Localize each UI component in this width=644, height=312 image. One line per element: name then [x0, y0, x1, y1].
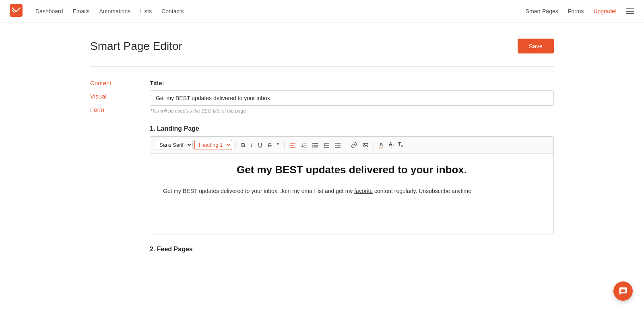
- nav-dashboard[interactable]: Dashboard: [35, 8, 63, 14]
- svg-point-10: [312, 146, 314, 148]
- sidebar: Content Visual Form: [90, 80, 130, 257]
- svg-rect-13: [314, 146, 318, 147]
- nav-forms[interactable]: Forms: [568, 8, 584, 14]
- unordered-list-button[interactable]: [310, 141, 320, 149]
- title-input[interactable]: [150, 90, 554, 106]
- strikethrough-button[interactable]: S: [266, 141, 273, 149]
- landing-page-body: Get my BEST updates delivered to your in…: [163, 187, 541, 195]
- svg-rect-3: [290, 147, 295, 148]
- toolbar-divider-4: [374, 141, 374, 149]
- section-2-title: 2. Feed Pages: [150, 246, 554, 253]
- svg-rect-5: [303, 143, 307, 144]
- page-header: Smart Page Editor Save: [90, 39, 554, 53]
- bold-button[interactable]: B: [239, 141, 247, 149]
- page-title: Smart Page Editor: [90, 40, 182, 53]
- logo[interactable]: [10, 4, 23, 18]
- content-area: Content Visual Form Title: This will be …: [90, 80, 554, 257]
- nav-links-left: Dashboard Emails Automations Lists Conta…: [35, 8, 184, 14]
- font-color-button[interactable]: A: [377, 141, 385, 150]
- toolbar-divider-3: [346, 141, 346, 149]
- feed-pages-section: 2. Feed Pages: [150, 246, 554, 253]
- svg-rect-15: [325, 145, 329, 146]
- toolbar-divider-1: [235, 141, 236, 149]
- ordered-list-button[interactable]: 1.: [299, 141, 309, 149]
- svg-rect-19: [336, 145, 341, 146]
- svg-rect-7: [303, 147, 307, 148]
- rich-text-editor: Sans Serif Heading 1 B I U S ”: [150, 136, 554, 234]
- toolbar-divider-2: [284, 141, 285, 149]
- nav-contacts[interactable]: Contacts: [161, 8, 184, 14]
- svg-rect-1: [290, 143, 295, 144]
- favorite-link[interactable]: favorite: [354, 188, 373, 194]
- rte-toolbar: Sans Serif Heading 1 B I U S ”: [150, 137, 553, 154]
- svg-rect-6: [303, 145, 307, 146]
- image-button[interactable]: [361, 141, 370, 149]
- svg-rect-0: [10, 4, 23, 17]
- header-divider: [90, 66, 554, 67]
- svg-point-8: [312, 143, 314, 144]
- hamburger-menu[interactable]: [626, 8, 634, 14]
- svg-rect-16: [324, 147, 329, 148]
- indent-button[interactable]: [333, 141, 343, 149]
- blockquote-button[interactable]: ”: [275, 141, 281, 149]
- main-container: Smart Page Editor Save Content Visual Fo…: [80, 23, 564, 273]
- sidebar-item-visual[interactable]: Visual: [90, 93, 130, 100]
- svg-rect-2: [290, 145, 294, 146]
- underline-button[interactable]: U: [256, 141, 264, 149]
- svg-rect-20: [335, 147, 341, 148]
- top-navigation: Dashboard Emails Automations Lists Conta…: [0, 0, 644, 23]
- sidebar-item-content[interactable]: Content: [90, 80, 130, 86]
- svg-marker-17: [324, 144, 325, 146]
- svg-marker-21: [335, 144, 336, 146]
- sidebar-item-form[interactable]: Form: [90, 106, 130, 113]
- nav-left: Dashboard Emails Automations Lists Conta…: [10, 4, 184, 18]
- nav-lists[interactable]: Lists: [140, 8, 152, 14]
- svg-point-9: [312, 144, 314, 146]
- rte-content[interactable]: Get my BEST updates delivered to your in…: [150, 154, 553, 234]
- highlight-button[interactable]: A↓: [387, 140, 394, 150]
- title-field-hint: This will be used as the SEO title of th…: [150, 108, 554, 114]
- nav-right: Smart Pages Forms Upgrade!: [526, 8, 634, 14]
- clear-format-button[interactable]: Tx: [396, 141, 405, 149]
- title-field-label: Title:: [150, 80, 554, 86]
- landing-page-heading: Get my BEST updates delivered to your in…: [163, 163, 541, 177]
- nav-smart-pages[interactable]: Smart Pages: [526, 8, 558, 14]
- save-button[interactable]: Save: [518, 39, 554, 53]
- section-1-title: 1. Landing Page: [150, 125, 554, 132]
- svg-rect-18: [335, 143, 341, 144]
- link-button[interactable]: [349, 141, 359, 149]
- nav-upgrade[interactable]: Upgrade!: [593, 8, 617, 14]
- landing-page-section: 1. Landing Page Sans Serif Heading 1 B: [150, 125, 554, 234]
- italic-button[interactable]: I: [249, 141, 254, 149]
- svg-rect-12: [314, 145, 318, 146]
- font-family-select[interactable]: Sans Serif: [155, 140, 193, 150]
- title-field-group: Title: This will be used as the SEO titl…: [150, 80, 554, 114]
- svg-rect-14: [324, 143, 329, 144]
- editor-area: Title: This will be used as the SEO titl…: [150, 80, 554, 257]
- outdent-button[interactable]: [322, 141, 331, 149]
- nav-emails[interactable]: Emails: [73, 8, 90, 14]
- heading-select[interactable]: Heading 1: [194, 140, 232, 150]
- svg-rect-11: [314, 143, 318, 144]
- nav-automations[interactable]: Automations: [99, 8, 131, 14]
- align-button[interactable]: [288, 141, 297, 149]
